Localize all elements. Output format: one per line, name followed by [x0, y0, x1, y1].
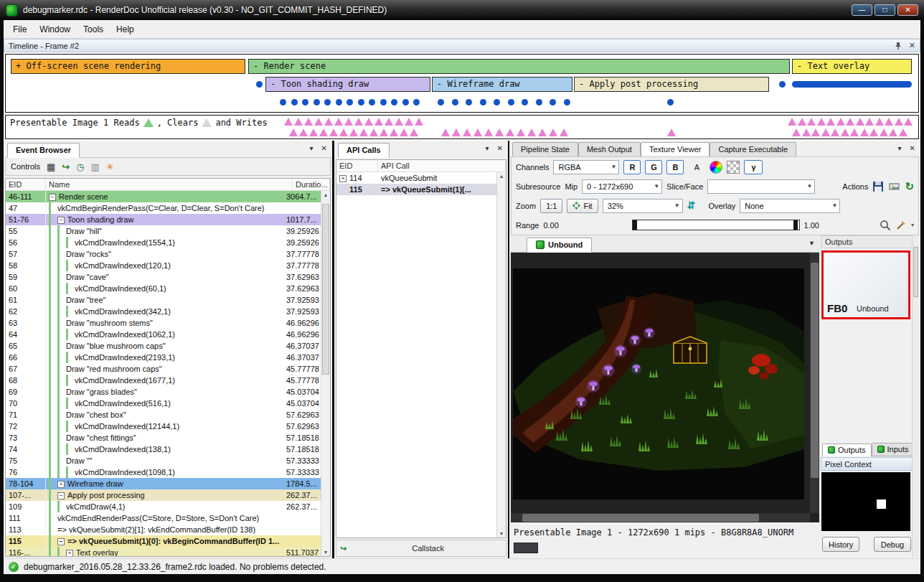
write-marker-triangle[interactable]: [869, 128, 878, 136]
write-marker-triangle[interactable]: [850, 128, 859, 136]
write-marker-triangle[interactable]: [788, 118, 796, 126]
event-row[interactable]: 72vkCmdDrawIndexed(12144,1)57.62963: [6, 421, 321, 432]
event-row[interactable]: 57Draw "rocks"37.77778: [6, 248, 321, 260]
range-white-handle[interactable]: [793, 220, 798, 230]
write-marker-triangle[interactable]: [895, 118, 903, 126]
event-row[interactable]: 56vkCmdDrawIndexed(1554,1)39.25926: [6, 237, 321, 248]
api-col-call[interactable]: API Call: [378, 160, 506, 172]
write-marker-triangle[interactable]: [473, 128, 482, 136]
event-row[interactable]: 115−=> vkQueueSubmit(1)[0]: vkBeginComma…: [6, 535, 321, 547]
event-row[interactable]: 68vkCmdDrawIndexed(1677,1)45.77778: [6, 375, 321, 386]
tab-texture-viewer[interactable]: Texture Viewer: [641, 142, 710, 157]
write-marker-triangle[interactable]: [463, 128, 471, 136]
write-marker-triangle[interactable]: [506, 128, 514, 136]
draw-marker-dot[interactable]: [391, 99, 397, 105]
menu-file[interactable]: File: [6, 22, 33, 37]
write-marker-triangle[interactable]: [560, 128, 568, 136]
write-marker-triangle[interactable]: [369, 128, 378, 136]
write-marker-triangle[interactable]: [359, 128, 368, 136]
event-row[interactable]: 65Draw "blue mushroom caps"46.37037: [6, 340, 321, 352]
texture-tab-dropdown-icon[interactable]: ▼: [808, 240, 815, 247]
channels-select[interactable]: RGBA▼: [553, 160, 619, 174]
write-marker-triangle[interactable]: [899, 128, 908, 136]
tab-capture-executable[interactable]: Capture Executable: [710, 142, 796, 157]
event-row[interactable]: 55Draw "hill"39.25926: [6, 225, 321, 237]
channel-b-button[interactable]: B: [666, 160, 684, 174]
draw-marker-dot[interactable]: [494, 99, 500, 105]
api-calls-menu-icon[interactable]: ▾: [486, 144, 489, 152]
draw-marker-dot[interactable]: [564, 99, 570, 105]
tab-mesh-output[interactable]: Mesh Output: [578, 142, 641, 157]
texture-image[interactable]: [513, 268, 804, 499]
bookmark-star-icon[interactable]: ✳: [106, 162, 114, 172]
api-calls-close-icon[interactable]: ✕: [497, 144, 503, 152]
save-icon[interactable]: [872, 181, 884, 192]
expand-icon[interactable]: +: [66, 550, 73, 556]
event-browser-menu-icon[interactable]: ▾: [310, 144, 314, 152]
write-marker-triangle[interactable]: [390, 128, 398, 136]
event-table-scrollbar[interactable]: ▲▼: [321, 191, 330, 556]
range-slider[interactable]: [632, 220, 800, 230]
open-image-icon[interactable]: [888, 181, 900, 192]
write-marker-triangle[interactable]: [880, 128, 888, 136]
write-marker-triangle[interactable]: [807, 118, 816, 126]
write-marker-triangle[interactable]: [441, 128, 450, 136]
collapse-icon[interactable]: −: [57, 492, 65, 499]
timeline-section-bar[interactable]: - Wireframe draw: [432, 77, 572, 92]
collapse-icon[interactable]: −: [49, 194, 56, 201]
write-marker-triangle[interactable]: [415, 118, 423, 126]
draw-marker-dot[interactable]: [402, 99, 409, 105]
write-marker-triangle[interactable]: [452, 128, 461, 136]
write-marker-triangle[interactable]: [284, 118, 293, 126]
write-marker-triangle[interactable]: [875, 118, 884, 126]
draw-marker-dot[interactable]: [336, 99, 342, 105]
write-marker-triangle[interactable]: [667, 128, 676, 136]
color-wheel-icon[interactable]: [710, 161, 722, 174]
write-marker-triangle[interactable]: [484, 128, 493, 136]
write-marker-triangle[interactable]: [856, 118, 864, 126]
callstack-bar[interactable]: ↪ Callstack: [336, 540, 506, 557]
event-row[interactable]: 66vkCmdDrawIndexed(2193,1)46.37037: [6, 352, 321, 363]
draw-marker-dot[interactable]: [522, 99, 528, 105]
col-eid[interactable]: EID: [6, 179, 46, 190]
tab-outputs[interactable]: Outputs: [822, 443, 872, 456]
draw-marker-dot[interactable]: [291, 99, 298, 105]
timeline-section-bar[interactable]: + Off-screen scene rendering: [11, 59, 245, 74]
close-button[interactable]: ✕: [897, 4, 918, 16]
draw-marker-dot[interactable]: [779, 81, 786, 88]
write-marker-triangle[interactable]: [517, 128, 525, 136]
write-marker-triangle[interactable]: [831, 128, 839, 136]
write-marker-triangle[interactable]: [798, 118, 806, 126]
write-marker-triangle[interactable]: [904, 118, 913, 126]
draw-marker-dot[interactable]: [550, 99, 556, 105]
menu-help[interactable]: Help: [110, 22, 141, 37]
tab-pipeline-state[interactable]: Pipeline State: [512, 142, 578, 157]
write-marker-triangle[interactable]: [410, 128, 418, 136]
right-dock-menu-icon[interactable]: ▾: [898, 144, 902, 152]
maximize-button[interactable]: □: [874, 4, 895, 16]
draw-marker-dot[interactable]: [438, 99, 444, 105]
filter-grid-icon[interactable]: ▦: [47, 162, 55, 172]
write-marker-triangle[interactable]: [885, 118, 893, 126]
right-dock-close-icon[interactable]: ✕: [910, 144, 915, 152]
collapse-icon[interactable]: −: [57, 217, 65, 224]
write-marker-triangle[interactable]: [495, 128, 504, 136]
timeline-section-bar[interactable]: - Text overlay: [792, 59, 912, 74]
write-marker-triangle[interactable]: [344, 118, 353, 126]
write-marker-triangle[interactable]: [329, 128, 338, 136]
timeline-close-icon[interactable]: ✕: [909, 41, 915, 50]
channel-r-button[interactable]: R: [623, 160, 641, 174]
write-marker-triangle[interactable]: [309, 128, 318, 136]
write-marker-triangle[interactable]: [314, 118, 323, 126]
debug-button[interactable]: Debug: [874, 537, 911, 552]
draw-marker-dot[interactable]: [369, 99, 375, 105]
timeline-section-bar[interactable]: - Apply post processing: [574, 77, 769, 92]
event-row[interactable]: 47vkCmdBeginRenderPass(C=Clear, D=Clear,…: [6, 202, 321, 214]
channel-a-button[interactable]: A: [688, 160, 705, 174]
collapse-icon[interactable]: −: [57, 538, 65, 545]
api-col-eid[interactable]: EID: [336, 160, 378, 172]
draw-marker-dot[interactable]: [302, 99, 308, 105]
write-marker-triangle[interactable]: [860, 128, 869, 136]
event-row[interactable]: 113=> vkQueueSubmit(2)[1]: vkEndCommandB…: [6, 524, 321, 535]
zoom-select[interactable]: 32%▼: [603, 199, 683, 213]
